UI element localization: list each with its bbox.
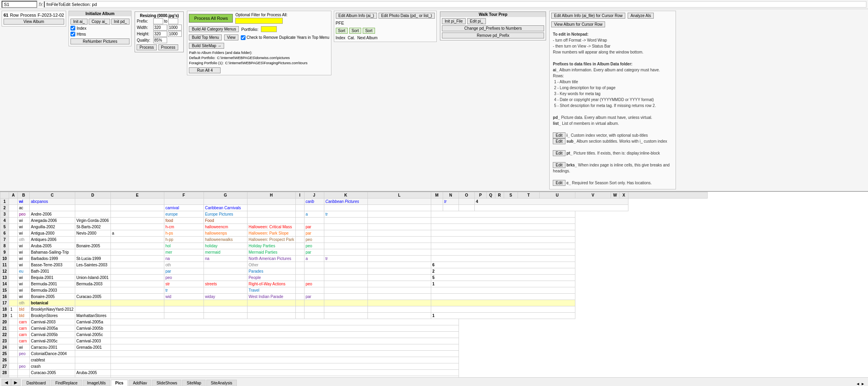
cell-17-D[interactable] (75, 300, 110, 306)
index-checkbox[interactable] (70, 26, 75, 31)
process-all-button[interactable]: Process All Rows (189, 14, 233, 23)
cell-5-L[interactable] (367, 224, 431, 230)
change-pd-button[interactable]: Change pd_Prefixes to Numbers (442, 25, 544, 31)
cell-18-K[interactable] (324, 306, 367, 313)
cell-3-H[interactable] (247, 211, 295, 218)
cell-9-G[interactable]: mermaid (204, 249, 247, 256)
cell-14-E[interactable] (110, 281, 164, 287)
cell-17-B[interactable]: oth (18, 300, 30, 306)
cell-13-H[interactable]: People (247, 275, 295, 281)
cell-15-J[interactable] (304, 287, 324, 294)
cell-16-J[interactable]: par (304, 294, 324, 300)
tab-pics[interactable]: Pics (111, 380, 128, 386)
cell-19-I[interactable] (295, 313, 304, 319)
cell-15-L[interactable] (367, 287, 431, 294)
cell-2-A[interactable] (9, 205, 18, 211)
cell-12-C[interactable]: Bath-2001 (30, 268, 75, 275)
edit-pi-button[interactable]: Edit pi_ (467, 18, 486, 24)
cell-13-E[interactable] (110, 275, 164, 281)
cell-3-G[interactable]: Europe Pictures (204, 211, 247, 218)
check-duplicates-checkbox[interactable] (241, 35, 246, 40)
cell-21-B[interactable]: carn (18, 325, 30, 332)
height-max-input[interactable]: 1000 (168, 31, 182, 37)
run-all4-button[interactable]: Run All 4 (189, 67, 221, 73)
cell-17-I[interactable] (295, 300, 304, 306)
cell-12-G[interactable] (204, 268, 247, 275)
cell-4-J[interactable] (304, 218, 324, 224)
cell-21-A[interactable] (9, 325, 18, 332)
cell-12-D[interactable] (75, 268, 110, 275)
cell-7-D[interactable] (75, 237, 110, 243)
cell-15-K[interactable] (324, 287, 367, 294)
cell-16-B[interactable]: wi (18, 294, 30, 300)
cell-9-J[interactable]: par (304, 249, 324, 256)
cell-2-D[interactable] (75, 205, 110, 211)
cell-11-F[interactable]: oth (164, 262, 204, 268)
sheet-nav-left[interactable]: ◄ (2, 379, 11, 386)
cell-20-D[interactable]: Carnival-2005a (75, 319, 110, 325)
cell-6-K[interactable] (324, 230, 367, 237)
cell-17-K[interactable] (324, 300, 367, 306)
cell-26-B[interactable] (18, 357, 30, 363)
cell-11-C[interactable]: Basse-Terre-2003 (30, 262, 75, 268)
cell-6-B[interactable]: wi (18, 230, 30, 237)
cell-26-C[interactable]: crabfest (30, 357, 75, 363)
cell-1-H[interactable] (247, 199, 295, 205)
cell-13-K[interactable] (324, 275, 367, 281)
cell-11-J[interactable] (304, 262, 324, 268)
cell-8-C[interactable]: Aruba-2005 (30, 243, 75, 249)
cell-10-G[interactable]: na (204, 256, 247, 262)
cell-18-E[interactable] (110, 306, 164, 313)
cell-18-J[interactable] (304, 306, 324, 313)
edit-sub-button[interactable]: Edit (553, 138, 565, 144)
cell-13-A[interactable] (9, 275, 18, 281)
cell-4-D[interactable]: Virgin-Gorda-2006 (75, 218, 110, 224)
cell-25-D[interactable] (75, 351, 110, 357)
cell-15-D[interactable] (75, 287, 110, 294)
view-button[interactable]: View (224, 34, 238, 40)
cell-10-L[interactable] (367, 256, 431, 262)
cell-7-F[interactable]: h-pp (164, 237, 204, 243)
cell-2-L[interactable] (367, 205, 431, 211)
tab-siteanalysis[interactable]: SiteAnalysis (206, 380, 236, 386)
cell-13-B[interactable]: wi (18, 275, 30, 281)
cell-12-L[interactable] (367, 268, 431, 275)
remove-pd-button[interactable]: Remove pd_Prefix (442, 32, 544, 38)
cell-6-L[interactable] (367, 230, 431, 237)
cell-8-I[interactable] (295, 243, 304, 249)
cell-11-K[interactable] (324, 262, 367, 268)
tab-addnav[interactable]: AddNav (129, 380, 152, 386)
cell-5-D[interactable]: St-Barts-2002 (75, 224, 110, 230)
cell-2-C[interactable] (30, 205, 75, 211)
build-top-menu-button[interactable]: Build Top Menu (189, 34, 222, 40)
sort-button-1[interactable]: Sort (336, 28, 348, 34)
cell-6-J[interactable]: par (304, 230, 324, 237)
cell-10-J[interactable]: a (304, 256, 324, 262)
cell-19-H[interactable] (247, 313, 295, 319)
cell-8-D[interactable]: Bonaire-2005 (75, 243, 110, 249)
cell-6-A[interactable] (9, 230, 18, 237)
prefix-to-input[interactable] (168, 18, 178, 24)
cell-3-F[interactable]: europe (164, 211, 204, 218)
cell-1-D[interactable] (75, 199, 110, 205)
cell-14-D[interactable]: Bermuda-2003 (75, 281, 110, 287)
cell-19-F[interactable] (164, 313, 204, 319)
cell-27-A[interactable] (9, 363, 18, 370)
cell-14-G[interactable]: streets (204, 281, 247, 287)
cell-5-C[interactable]: Anguilla-2002 (30, 224, 75, 230)
name-box[interactable]: S1 (2, 1, 37, 8)
cell-3-B[interactable]: peo (18, 211, 30, 218)
edit-album-info-cursor-button[interactable]: Edit Album Info (ai_file) for Cursor Row (551, 13, 625, 19)
view-album-button[interactable]: View Album (4, 19, 64, 25)
cell-19-K[interactable] (324, 313, 367, 319)
cell-13-L[interactable] (367, 275, 431, 281)
cell-4-K[interactable] (324, 218, 367, 224)
cell-12-I[interactable] (295, 268, 304, 275)
cell-8-F[interactable]: hol (164, 243, 204, 249)
cell-6-F[interactable]: h-ps (164, 230, 204, 237)
cell-6-I[interactable] (295, 230, 304, 237)
cell-5-B[interactable]: wi (18, 224, 30, 230)
cell-22-B[interactable]: carn (18, 332, 30, 338)
cell-1-K[interactable]: Caribbean Pictures (324, 199, 367, 205)
width-input[interactable]: 320 (153, 25, 167, 31)
